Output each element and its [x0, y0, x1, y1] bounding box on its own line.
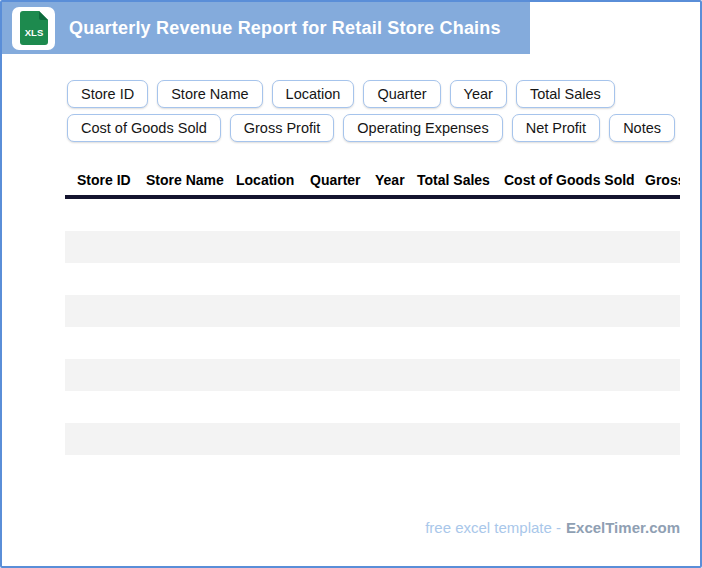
- table-row: [65, 295, 680, 327]
- chip-operating-expenses[interactable]: Operating Expenses: [343, 114, 502, 142]
- page-title: Quarterly Revenue Report for Retail Stor…: [69, 18, 501, 39]
- spreadsheet-preview-table: Store IDStore NameLocationQuarterYearTot…: [65, 165, 680, 487]
- field-chip-row-1: Store IDStore NameLocationQuarterYearTot…: [67, 80, 615, 108]
- chip-year[interactable]: Year: [450, 80, 507, 108]
- footer-text: free excel template -: [425, 519, 561, 536]
- chip-gross-profit[interactable]: Gross Profit: [230, 114, 335, 142]
- column-header-store-id: Store ID: [77, 172, 146, 188]
- table-row: [65, 263, 680, 295]
- column-header-cost-of-goods-sold: Cost of Goods Sold: [504, 172, 645, 188]
- column-header-year: Year: [375, 172, 417, 188]
- template-preview-page: XLS Quarterly Revenue Report for Retail …: [0, 0, 702, 568]
- table-row: [65, 327, 680, 359]
- table-row: [65, 359, 680, 391]
- field-chip-row-2: Cost of Goods SoldGross ProfitOperating …: [67, 114, 675, 142]
- footer-brand-link[interactable]: ExcelTimer.com: [566, 519, 680, 536]
- chip-quarter[interactable]: Quarter: [363, 80, 440, 108]
- footer: free excel template -ExcelTimer.com: [425, 519, 680, 536]
- column-header-location: Location: [236, 172, 310, 188]
- column-header-gross-profit: Gross Profit: [645, 172, 680, 188]
- table-row: [65, 455, 680, 487]
- table-row: [65, 231, 680, 263]
- table-row: [65, 423, 680, 455]
- chip-location[interactable]: Location: [272, 80, 355, 108]
- column-header-quarter: Quarter: [310, 172, 375, 188]
- chip-cost-of-goods-sold[interactable]: Cost of Goods Sold: [67, 114, 221, 142]
- table-row: [65, 199, 680, 231]
- chip-notes[interactable]: Notes: [609, 114, 675, 142]
- table-header-row: Store IDStore NameLocationQuarterYearTot…: [65, 165, 680, 195]
- column-header-total-sales: Total Sales: [417, 172, 504, 188]
- excel-file-glyph: XLS: [20, 11, 48, 45]
- table-body: [65, 199, 680, 487]
- column-header-store-name: Store Name: [146, 172, 236, 188]
- file-badge-label: XLS: [24, 27, 42, 38]
- chip-store-id[interactable]: Store ID: [67, 80, 148, 108]
- chip-total-sales[interactable]: Total Sales: [516, 80, 615, 108]
- xls-file-icon: XLS: [12, 7, 55, 50]
- chip-net-profit[interactable]: Net Profit: [512, 114, 600, 142]
- title-bar: XLS Quarterly Revenue Report for Retail …: [2, 2, 530, 54]
- chip-store-name[interactable]: Store Name: [157, 80, 262, 108]
- table-row: [65, 391, 680, 423]
